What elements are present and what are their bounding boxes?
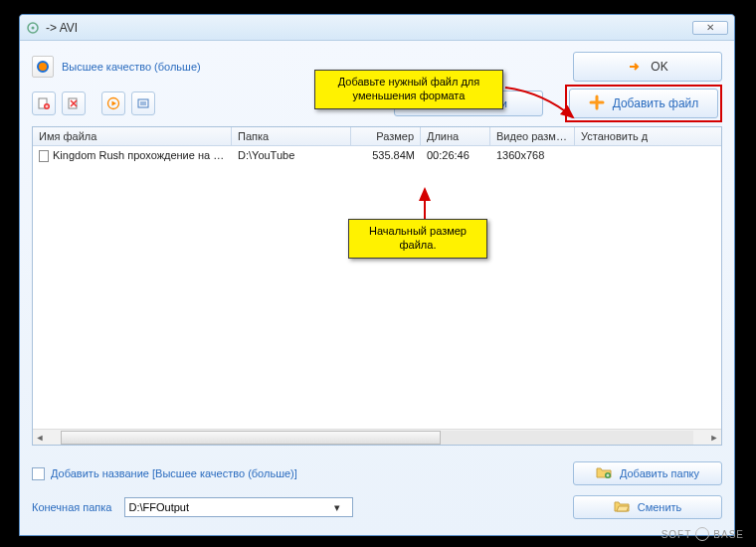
col-set[interactable]: Установить д: [575, 127, 664, 145]
scroll-right-icon[interactable]: ►: [707, 431, 721, 445]
cell-folder: D:\YouTube: [232, 146, 351, 165]
file-icon: [39, 150, 49, 162]
folder-open-icon: [614, 499, 630, 515]
ok-button[interactable]: OK: [573, 52, 722, 82]
add-file-button[interactable]: Добавить файл: [569, 89, 718, 118]
format-avi-icon[interactable]: [32, 56, 54, 78]
svg-rect-6: [138, 99, 148, 107]
scroll-left-icon[interactable]: ◄: [33, 431, 47, 445]
output-path-value: D:\FFOutput: [129, 501, 190, 513]
col-duration[interactable]: Длина: [421, 127, 490, 145]
output-path-combo[interactable]: D:\FFOutput ▾: [124, 497, 354, 517]
callout-arrow-mid: [413, 185, 443, 221]
info-icon-button[interactable]: [131, 91, 155, 115]
cell-filename: Kingdom Rush прохождение на ПК ...: [53, 149, 232, 161]
watermark-text2: BASE: [713, 529, 744, 540]
chevron-down-icon[interactable]: ▾: [334, 501, 348, 514]
titlebar: -> AVI ✕: [20, 15, 734, 41]
horizontal-scrollbar[interactable]: ◄ ►: [33, 429, 721, 445]
change-label: Сменить: [638, 501, 682, 513]
arrow-right-icon: [627, 59, 643, 75]
col-filename[interactable]: Имя файла: [33, 127, 232, 145]
cell-duration: 00:26:46: [421, 146, 490, 165]
watermark-ring-icon: [695, 527, 709, 541]
add-file-icon-button[interactable]: [32, 91, 56, 115]
callout-top: Добавьте нужный файл для уменьшения форм…: [314, 70, 503, 109]
watermark: SOFT BASE: [662, 527, 744, 541]
app-icon: [26, 21, 40, 35]
cell-set: [575, 146, 664, 165]
remove-file-icon-button[interactable]: [62, 91, 86, 115]
add-file-label: Добавить файл: [613, 96, 699, 110]
plus-icon: [589, 94, 605, 113]
output-folder-label: Конечная папка: [32, 501, 112, 513]
add-file-highlight: Добавить файл: [565, 85, 722, 122]
cell-size: 535.84M: [351, 146, 421, 165]
callout-mid: Начальный размер файла.: [348, 219, 487, 259]
col-size[interactable]: Размер: [351, 127, 421, 145]
cell-videosize: 1360x768: [490, 146, 575, 165]
callout-arrow-top: [503, 78, 583, 127]
change-folder-button[interactable]: Сменить: [573, 495, 722, 519]
table-row[interactable]: Kingdom Rush прохождение на ПК ... D:\Yo…: [33, 146, 721, 165]
svg-point-1: [32, 26, 35, 29]
add-folder-label: Добавить папку: [620, 467, 699, 479]
col-videosize[interactable]: Видео размер: [490, 127, 575, 145]
quality-preset-link[interactable]: Высшее качество (больше): [62, 61, 201, 73]
col-folder[interactable]: Папка: [232, 127, 351, 145]
file-table: Имя файла Папка Размер Длина Видео разме…: [32, 126, 722, 446]
folder-plus-icon: [596, 465, 612, 481]
watermark-text1: SOFT: [662, 529, 692, 540]
ok-label: OK: [651, 60, 667, 74]
close-button[interactable]: ✕: [692, 21, 728, 35]
play-icon-button[interactable]: [101, 91, 125, 115]
scrollbar-thumb[interactable]: [61, 431, 441, 445]
window-title: -> AVI: [46, 21, 78, 35]
add-folder-button[interactable]: Добавить папку: [573, 461, 722, 485]
add-title-checkbox[interactable]: [32, 467, 45, 480]
add-title-label[interactable]: Добавить название [Высшее качество (боль…: [51, 467, 297, 479]
